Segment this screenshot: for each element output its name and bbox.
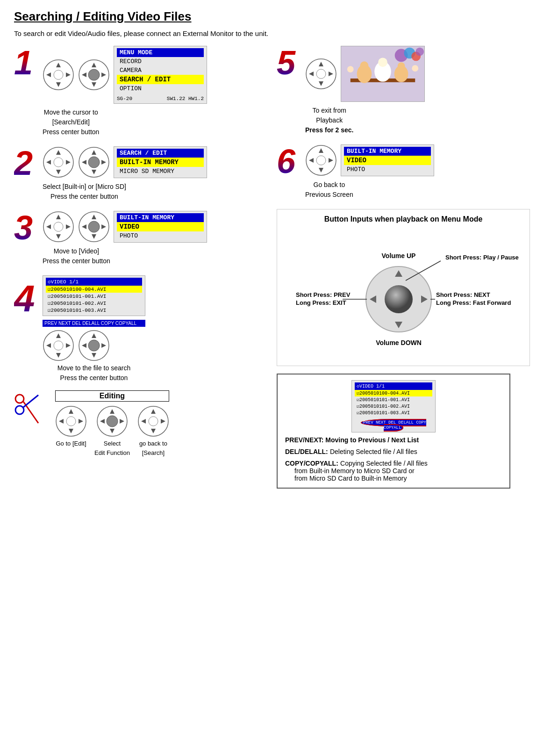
svg-text:Long Press: Fast Forward: Long Press: Fast Forward [436,299,511,306]
scissors-icon [14,390,42,428]
step-6-dpad[interactable] [305,144,337,176]
editing-content: Editing [55,390,169,457]
svg-point-63 [107,416,118,427]
button-diagram-container: Volume UP Short Press: Play / Pause Shor… [283,229,524,360]
step-5-controls: To exit fromPlaybackPress for 2 sec. [305,46,425,135]
editing-title: Editing [55,390,169,402]
svg-point-17 [54,158,63,167]
svg-text:Short Press: NEXT: Short Press: NEXT [436,291,490,298]
step-6-block: 6 BUILT-IN MEMORY [277,144,530,200]
page-title: Searching / Editing Video Files [14,9,530,24]
svg-point-69 [149,417,158,426]
step-2-number: 2 [14,146,40,180]
step-3-row: BUILT-IN MEMORY VIDEO PHOTO [43,211,207,243]
step-4-desc: Move to the file to searchPress the cent… [43,363,145,383]
svg-line-51 [23,395,38,407]
step-5-desc: To exit fromPlaybackPress for 2 sec. [305,106,354,135]
step-6-screen: BUILT-IN MEMORY VIDEO PHOTO [341,144,434,176]
step-3-desc: Move to [Video]Press the center button [43,246,110,266]
step-5-row [305,46,425,102]
step-1-number: 1 [14,46,40,79]
svg-point-89 [412,65,418,72]
step-5-number: 5 [277,46,302,79]
step-3-dpad-left[interactable] [43,211,74,243]
svg-point-47 [88,340,100,351]
step-3-screen: BUILT-IN MEMORY VIDEO PHOTO [114,211,207,243]
svg-point-29 [54,222,63,231]
svg-text:Short Press: PREV: Short Press: PREV [296,291,351,298]
svg-point-41 [54,341,63,350]
step-3-number: 3 [14,211,40,245]
svg-point-85 [360,61,369,70]
editing-dpad-1[interactable] [55,405,87,437]
svg-point-97 [385,285,413,313]
step-2-block: 2 [14,146,267,202]
step-2-dpad-left[interactable] [43,146,74,178]
svg-point-35 [88,221,100,232]
info-copy-desc: Copying Selected file / All files [340,460,428,467]
step-5-dpad[interactable] [305,58,337,90]
editing-dpad-3[interactable] [137,405,169,437]
step-2-screen: SEARCH / EDIT BUILT-IN MEMORY MICRO SD M… [114,146,207,178]
editing-label-2: SelectEdit Function [94,439,130,457]
editing-dpad-2[interactable] [96,405,128,437]
svg-point-87 [398,62,405,70]
svg-text:Volume DOWN: Volume DOWN [376,339,422,346]
svg-point-75 [316,69,326,79]
step-5-block: 5 [277,46,530,135]
button-inputs-title: Button Inputs when playback on Menu Mode [283,215,524,223]
step-1-dpad-left[interactable] [43,59,74,91]
svg-text:Short Press: Play / Pause: Short Press: Play / Pause [445,254,519,261]
step-4-block: 4 ◇VIDEO 1/1 ☑2005010100-004.AVI ☑200501… [14,275,267,383]
step-1-desc: Move the cursor to[Search/Edit]Press cen… [43,108,99,137]
info-del: DEL/DELALL: Deleting Selected file / All… [285,447,502,455]
step-6-controls: BUILT-IN MEMORY VIDEO PHOTO Go back toPr… [305,144,434,200]
step-1-dpad-right[interactable] [78,59,110,91]
step-3-block: 3 [14,211,267,266]
step-3-dpad-right[interactable] [78,211,110,243]
editing-icons-row: Go to [Edit] [55,405,169,457]
svg-point-95 [316,156,326,165]
step-1-controls: MENU MODE RECORD CAMERA SEARCH / EDIT OP… [43,46,207,137]
svg-point-57 [66,417,76,426]
svg-text:Long Press: EXIT: Long Press: EXIT [296,299,346,306]
step-1-block: 1 [14,46,267,137]
step-4-dpad-left[interactable] [43,330,74,361]
intro-text: To search or edit Video/Audio files, ple… [14,29,530,37]
step-6-number: 6 [277,144,302,178]
svg-point-5 [54,70,63,79]
info-box: ◇VIDEO 1/1 ☑2005010100-004.AVI ☑20050101… [277,374,510,489]
info-copy: COPY/COPYALL: Copying Selected file / Al… [285,459,502,467]
button-inputs-section: Button Inputs when playback on Menu Mode [277,209,530,366]
step-3-controls: BUILT-IN MEMORY VIDEO PHOTO Move to [Vid… [43,211,207,266]
info-copy-label: COPY/COPYALL: [285,460,338,467]
info-from1: from Built-in Memory to Micro SD Card or [285,467,502,475]
step-4-content: ◇VIDEO 1/1 ☑2005010100-004.AVI ☑20050101… [43,275,145,383]
step-2-controls: SEARCH / EDIT BUILT-IN MEMORY MICRO SD M… [43,146,207,202]
editing-label-1: Go to [Edit] [56,439,86,448]
info-prev-next: PREV/NEXT: Moving to Previous / Next Lis… [285,436,502,444]
info-del-label: DEL/DELALL: [285,448,328,455]
svg-point-23 [88,157,100,168]
step-4-screens: ◇VIDEO 1/1 ☑2005010100-004.AVI ☑20050101… [43,275,145,327]
step-2-dpad-right[interactable] [78,146,110,178]
svg-text:Volume UP: Volume UP [382,252,416,259]
step-2-desc: Select [Built-in] or [Micro SD]Press the… [43,182,126,202]
step-4-number: 4 [14,280,40,317]
step-4-dpad-right[interactable] [78,330,110,361]
svg-point-11 [88,69,100,80]
step-6-desc: Go back toPrevious Screen [305,180,353,200]
svg-point-88 [347,66,354,72]
step-4-bottom [43,330,145,361]
svg-point-49 [15,406,24,414]
editing-section: Editing [14,390,267,457]
info-mini-screen: ◇VIDEO 1/1 ☑2005010100-004.AVI ☑20050101… [351,380,436,432]
step-1-row: MENU MODE RECORD CAMERA SEARCH / EDIT OP… [43,46,207,104]
info-del-desc: Deleting Selected file / All files [330,448,417,455]
editing-label-3: go back to[Search] [139,439,167,457]
step-4-prev-bar: PREV NEXT DEL DELALL COPY COPYALL [43,320,145,327]
button-diagram-svg: Volume UP Short Press: Play / Pause Shor… [283,229,524,360]
svg-point-48 [15,395,24,403]
step-4-file-list: ◇VIDEO 1/1 ☑2005010100-004.AVI ☑20050101… [43,275,145,316]
step-2-row: SEARCH / EDIT BUILT-IN MEMORY MICRO SD M… [43,146,207,178]
